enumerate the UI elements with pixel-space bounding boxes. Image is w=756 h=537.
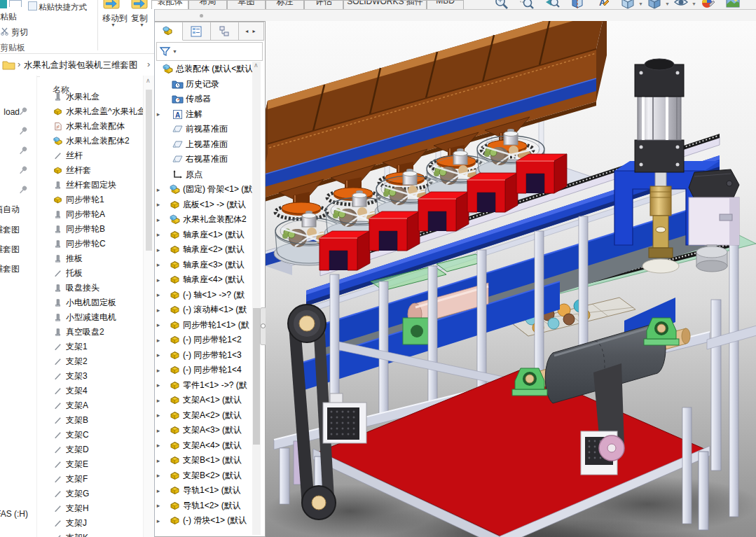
expand-arrow-icon[interactable]: ▸ [155, 487, 162, 494]
tree-node[interactable]: ▸水果礼盒装配体2 [155, 212, 257, 228]
tree-node[interactable]: 右视基准面 [155, 152, 257, 167]
tree-node[interactable]: ▸A注解 [155, 107, 257, 123]
tree-node[interactable]: 传感器 [155, 92, 257, 107]
file-row[interactable]: 丝杆套 [40, 163, 143, 178]
expand-arrow-icon[interactable]: ▸ [155, 246, 162, 253]
file-row[interactable]: 支架4 [40, 384, 143, 398]
expand-arrow-icon[interactable]: ▸ [155, 382, 162, 389]
tab-propertymanager[interactable] [183, 22, 211, 41]
file-row[interactable]: 支架D [40, 442, 143, 457]
command-tab[interactable]: MBD [427, 0, 464, 9]
expand-arrow-icon[interactable]: ▸ [155, 186, 162, 193]
dropdown-caret-icon[interactable]: ▼ [692, 1, 696, 6]
file-row[interactable]: 水果礼盒装配体2 [40, 134, 143, 148]
command-tab[interactable]: 布局 [188, 0, 227, 9]
tree-node[interactable]: ▸(-) 滚动棒<1> (默 [155, 302, 257, 318]
tree-filter[interactable]: ▼ [156, 42, 263, 61]
scrollbar-thumb[interactable] [146, 90, 152, 251]
nav-item[interactable]: 烘箱自动 [0, 203, 32, 214]
file-row[interactable]: 支架1 [40, 340, 143, 354]
expand-arrow-icon[interactable]: ▸ [155, 216, 162, 223]
expand-arrow-icon[interactable]: ▸ [155, 337, 162, 344]
nav-item[interactable] [0, 165, 32, 176]
tree-node[interactable]: ▸(-) 同步带轮1<2 [155, 333, 257, 348]
tab-configurationmanager[interactable] [211, 22, 239, 41]
expand-arrow-icon[interactable]: ▸ [155, 457, 162, 464]
tree-node[interactable]: ▸支架A<2> (默认 [155, 408, 257, 424]
tree-node[interactable]: ▸支架A<3> (默认 [155, 423, 257, 438]
tree-node[interactable]: ▸(-) 轴<1> ->? (默 [155, 288, 257, 303]
paste-shortcut-button[interactable]: 粘贴快捷方式 [39, 2, 87, 13]
previous-view-icon[interactable] [544, 0, 561, 11]
nav-item[interactable]: (H:) FAS [0, 508, 32, 519]
file-row[interactable]: 支架B [40, 413, 143, 428]
section-view-icon[interactable] [570, 0, 586, 11]
command-tab[interactable]: 评估 [304, 0, 343, 9]
apply-scene-icon[interactable] [725, 0, 742, 11]
display-style-icon[interactable] [647, 0, 664, 11]
expand-arrow-icon[interactable]: ▸ [155, 472, 162, 479]
nav-item[interactable] [0, 185, 32, 196]
expand-arrow-icon[interactable]: ▸ [155, 277, 162, 284]
tree-node[interactable]: ▸轴承座<2> (默认 [155, 242, 257, 258]
file-row[interactable]: 托板 [40, 266, 143, 281]
breadcrumb-path[interactable]: 水果礼盒封装包装机三维套图 [24, 60, 138, 71]
tab-scroll-arrows[interactable]: ◂ ▸ [239, 22, 264, 41]
paste-shortcut-icon[interactable] [28, 1, 37, 11]
file-row[interactable]: 丝杆 [40, 148, 143, 163]
file-row[interactable]: 支架E [40, 457, 143, 472]
file-row[interactable]: 支架3 [40, 369, 143, 384]
file-row[interactable]: 水果礼盒 [40, 90, 143, 104]
nav-item[interactable] [0, 146, 32, 157]
nav-item[interactable] [0, 126, 32, 137]
tree-node[interactable]: ▸轴承座<1> (默认 [155, 228, 257, 243]
file-row[interactable]: 支架A [40, 398, 143, 413]
dropdown-caret-icon[interactable]: ▼ [665, 1, 670, 6]
file-row[interactable]: 真空吸盘2 [40, 325, 143, 340]
tree-node[interactable]: 原点 [155, 167, 257, 183]
expand-arrow-icon[interactable]: ▸ [155, 231, 162, 238]
expand-arrow-icon[interactable]: ▸ [155, 201, 162, 208]
file-row[interactable]: 支架J [40, 516, 143, 531]
expand-arrow-icon[interactable]: ▸ [155, 307, 162, 314]
file-row[interactable]: 水果礼盒盖^水果礼盒装 [40, 104, 143, 119]
tree-node[interactable]: ▸支架B<2> (默认 [155, 468, 257, 484]
command-tab[interactable]: SOLIDWORKS 插件 [343, 0, 427, 9]
file-row[interactable]: 推板 [40, 251, 143, 266]
file-row[interactable]: 同步带轮C [40, 237, 143, 251]
tree-node[interactable]: ▸导轨1<2> (默认 [155, 498, 257, 514]
tree-node[interactable]: ▸支架A<1> (默认 [155, 393, 257, 408]
copy-to-caret-icon[interactable]: ▼ [139, 22, 144, 27]
expand-arrow-icon[interactable]: ▸ [155, 397, 162, 404]
expand-arrow-icon[interactable]: ▸ [155, 502, 162, 509]
file-row[interactable]: 支架F [40, 472, 143, 487]
tab-featuremanager-tree[interactable] [155, 22, 183, 41]
tree-node[interactable]: ▸同步带轮1<1> (默 [155, 318, 257, 333]
tree-node[interactable]: ▸支架A<4> (默认 [155, 438, 257, 454]
expand-arrow-icon[interactable]: ▸ [155, 261, 162, 268]
ribbon-handle-icon[interactable] [200, 14, 203, 18]
tree-node[interactable]: ▸导轨1<1> (默认 [155, 483, 257, 498]
expand-arrow-icon[interactable]: ▸ [155, 427, 162, 434]
tree-node[interactable]: ▸支架B<1> (默认 [155, 453, 257, 468]
file-row[interactable]: 支架G [40, 487, 143, 501]
file-row[interactable]: 水果礼盒装配体 [40, 119, 143, 134]
dropdown-caret-icon[interactable]: ▼ [638, 1, 643, 6]
expand-arrow-icon[interactable]: ▸ [155, 367, 162, 374]
tree-scroll-up-icon[interactable]: ∧ [254, 62, 259, 69]
tree-node[interactable]: ▸(-) 同步带轮1<4 [155, 363, 257, 378]
tree-scrollbar[interactable]: ∧ [252, 62, 261, 535]
nav-item[interactable]: 三维套图 [0, 243, 32, 254]
tree-node[interactable]: 上视基准面 [155, 137, 257, 153]
scroll-up-icon[interactable]: ∧ [146, 77, 151, 84]
file-row[interactable]: 丝杆套固定块 [40, 178, 143, 193]
tree-node[interactable]: 历史记录 [155, 77, 257, 92]
command-tab[interactable]: 标注 [266, 0, 304, 9]
tree-node[interactable]: ▸零件1<1> ->? (默 [155, 378, 257, 393]
expand-arrow-icon[interactable]: ▸ [155, 442, 162, 449]
cut-button[interactable]: 剪切 [11, 27, 28, 39]
expand-arrow-icon[interactable]: ▸ [155, 291, 162, 298]
file-row[interactable]: 小电机固定板 [40, 295, 143, 310]
file-row[interactable]: 支架C [40, 428, 143, 442]
zoom-fit-icon[interactable] [494, 0, 511, 11]
